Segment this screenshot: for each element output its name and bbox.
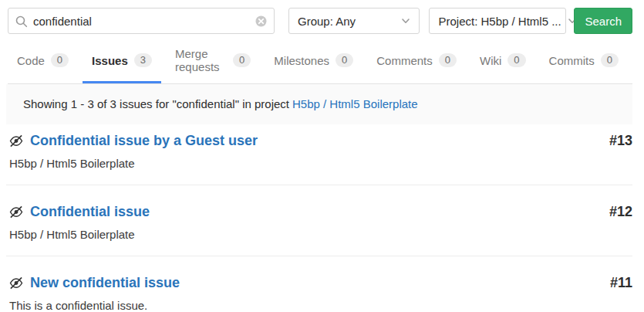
search-toolbar: Group: Any Project: H5bp / Html5 ... Sea… bbox=[0, 0, 644, 34]
eye-slash-icon bbox=[9, 205, 23, 219]
tab-label: Issues bbox=[92, 54, 128, 67]
chevron-down-icon bbox=[401, 16, 410, 25]
search-scope-tabs: Code 0 Issues 3 Merge requests 0 Milesto… bbox=[8, 36, 632, 84]
issue-id: #13 bbox=[609, 133, 632, 149]
tab-wiki[interactable]: Wiki 0 bbox=[470, 36, 535, 83]
search-icon bbox=[15, 15, 28, 31]
results-summary-text: Showing 1 - 3 of 3 issues for "confident… bbox=[23, 97, 289, 110]
group-filter-dropdown[interactable]: Group: Any bbox=[288, 8, 420, 34]
issue-title-link[interactable]: Confidential issue by a Guest user bbox=[30, 133, 258, 149]
project-filter-dropdown[interactable]: Project: H5bp / Html5 ... bbox=[429, 8, 566, 34]
issue-project: H5bp / Html5 Boilerplate bbox=[9, 157, 632, 171]
issue-id: #12 bbox=[609, 204, 632, 220]
issue-title-link[interactable]: Confidential issue bbox=[30, 204, 150, 220]
eye-slash-icon bbox=[9, 134, 23, 148]
issue-result-row: Confidential issue by a Guest user #13 H… bbox=[6, 124, 632, 185]
search-button[interactable]: Search bbox=[574, 8, 632, 34]
issue-result-header: New confidential issue #11 bbox=[9, 275, 632, 291]
group-filter-value: Group: Any bbox=[298, 15, 356, 28]
tab-label: Code bbox=[17, 54, 45, 67]
tab-comments[interactable]: Comments 0 bbox=[367, 36, 466, 83]
tab-commits[interactable]: Commits 0 bbox=[540, 36, 628, 83]
tab-merge-requests[interactable]: Merge requests 0 bbox=[166, 36, 260, 83]
tab-count-badge: 0 bbox=[233, 53, 251, 67]
tab-count-badge: 3 bbox=[134, 53, 152, 67]
issue-description: This is a confidential issue. bbox=[9, 299, 632, 312]
project-filter-value: Project: H5bp / Html5 ... bbox=[438, 15, 561, 28]
clear-search-icon[interactable] bbox=[255, 15, 267, 30]
search-input[interactable] bbox=[8, 8, 274, 33]
tab-count-badge: 0 bbox=[51, 53, 69, 67]
tab-label: Comments bbox=[376, 54, 433, 67]
tab-issues[interactable]: Issues 3 bbox=[83, 36, 161, 83]
tab-milestones[interactable]: Milestones 0 bbox=[265, 36, 362, 83]
tab-label: Commits bbox=[549, 54, 595, 67]
tab-count-badge: 0 bbox=[601, 53, 619, 67]
search-results-list: Confidential issue by a Guest user #13 H… bbox=[6, 124, 632, 312]
tab-label: Merge requests bbox=[175, 47, 227, 73]
issue-result-row: Confidential issue #12 H5bp / Html5 Boil… bbox=[6, 185, 632, 256]
issue-project: H5bp / Html5 Boilerplate bbox=[9, 228, 632, 242]
issue-id: #11 bbox=[610, 275, 632, 291]
tab-code[interactable]: Code 0 bbox=[8, 36, 78, 83]
project-link[interactable]: H5bp / Html5 Boilerplate bbox=[292, 97, 418, 110]
eye-slash-icon bbox=[9, 276, 23, 290]
results-summary: Showing 1 - 3 of 3 issues for "confident… bbox=[6, 84, 632, 124]
issue-result-header: Confidential issue by a Guest user #13 bbox=[9, 133, 632, 149]
issue-result-row: New confidential issue #11 This is a con… bbox=[6, 256, 632, 312]
issue-result-header: Confidential issue #12 bbox=[9, 204, 632, 220]
issue-title-link[interactable]: New confidential issue bbox=[30, 275, 180, 291]
tab-label: Milestones bbox=[274, 54, 329, 67]
tab-label: Wiki bbox=[480, 54, 501, 67]
tab-count-badge: 0 bbox=[335, 53, 353, 67]
tab-count-badge: 0 bbox=[507, 53, 525, 67]
search-box bbox=[8, 8, 275, 34]
tab-count-badge: 0 bbox=[439, 53, 457, 67]
